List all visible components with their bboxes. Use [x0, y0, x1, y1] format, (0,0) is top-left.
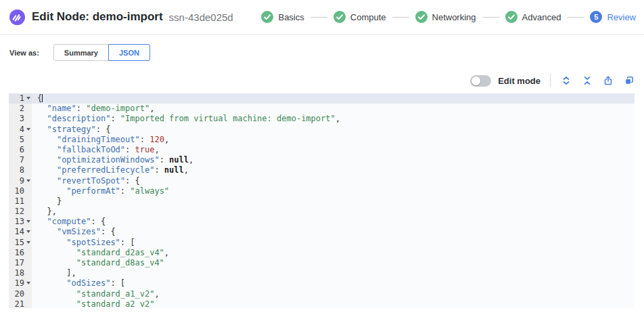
page-title: Edit Node: demo-import — [32, 10, 163, 24]
code-line[interactable]: 8 "preferredLifecycle": null, — [9, 165, 635, 175]
code-line[interactable]: 19 "odSizes": [ — [9, 278, 635, 288]
wizard-header: Edit Node: demo-import ssn-43de025d Basi… — [0, 0, 644, 35]
code-line[interactable]: 4 "strategy": { — [9, 125, 635, 135]
code-line[interactable]: 18 ], — [9, 268, 635, 278]
line-number: 3 — [9, 114, 32, 124]
wizard-step-advanced[interactable]: Advanced — [505, 11, 561, 23]
line-number: 18 — [9, 268, 32, 278]
edit-mode-toggle[interactable] — [470, 75, 491, 87]
text-cursor — [42, 94, 43, 102]
code-line[interactable]: 12 }, — [9, 207, 635, 217]
code-text: ], — [32, 268, 635, 278]
line-number: 4 — [9, 125, 32, 135]
code-text: "drainingTimeout": 120, — [32, 135, 635, 145]
code-text: "optimizationWindows": null, — [32, 155, 635, 165]
line-number: 9 — [9, 176, 32, 186]
code-line[interactable]: 17 "standard_d8as_v4" — [9, 258, 635, 268]
toolbar-icons — [561, 75, 635, 86]
code-text: "description": "Imported from virtual ma… — [32, 114, 635, 124]
wizard-step-networking[interactable]: Networking — [415, 11, 476, 23]
code-text: "preferredLifecycle": null, — [32, 165, 635, 175]
line-number: 17 — [9, 258, 32, 268]
code-line[interactable]: 6 "fallbackToOd": true, — [9, 145, 635, 155]
code-text: "spotSizes": [ — [32, 238, 635, 248]
toolbar-divider — [550, 74, 551, 87]
line-number: 1 — [9, 93, 32, 104]
collapse-all-icon[interactable] — [582, 75, 593, 86]
step-connector — [392, 17, 409, 18]
code-line[interactable]: 7 "optimizationWindows": null, — [9, 155, 635, 165]
wizard-step-compute[interactable]: Compute — [334, 11, 386, 23]
line-number: 11 — [9, 196, 32, 207]
step-label: Basics — [278, 12, 304, 22]
line-number: 20 — [9, 289, 32, 299]
expand-all-icon[interactable] — [561, 75, 572, 86]
edit-mode-toggle-knob — [472, 77, 480, 85]
step-check-icon — [415, 11, 428, 23]
fold-toggle-icon[interactable] — [26, 220, 30, 223]
line-number: 15 — [9, 238, 32, 248]
copy-icon[interactable] — [624, 75, 635, 86]
code-line[interactable]: 5 "drainingTimeout": 120, — [9, 135, 635, 145]
fold-toggle-icon[interactable] — [26, 282, 30, 284]
code-line[interactable]: 2 "name": "demo-import", — [9, 104, 635, 114]
code-text: { — [32, 93, 635, 104]
fold-toggle-icon[interactable] — [26, 230, 30, 233]
edit-mode-label: Edit mode — [498, 76, 540, 86]
code-text: "name": "demo-import", — [32, 104, 635, 114]
code-line[interactable]: 13 "compute": { — [9, 217, 635, 227]
code-line[interactable]: 11 } — [9, 196, 635, 207]
code-line[interactable]: 20 "standard_a1_v2", — [9, 289, 635, 299]
code-line[interactable]: 21 "standard_a2_v2" — [9, 299, 635, 308]
line-number: 12 — [9, 207, 32, 217]
line-number: 2 — [9, 104, 32, 114]
line-number: 14 — [9, 227, 32, 237]
line-number: 5 — [9, 135, 32, 145]
code-text: "odSizes": [ — [32, 278, 635, 288]
code-line[interactable]: 1{ — [9, 93, 635, 104]
code-text: "standard_d8as_v4" — [32, 258, 635, 268]
json-code-editor[interactable]: 1{2 "name": "demo-import",3 "description… — [9, 93, 635, 308]
view-as-segmented-control: SummaryJSON — [53, 44, 150, 61]
line-number: 6 — [9, 145, 32, 155]
code-text: "vmSizes": { — [32, 227, 635, 237]
line-number: 21 — [9, 299, 32, 308]
line-number: 13 — [9, 217, 32, 227]
step-connector — [482, 17, 499, 18]
step-label: Networking — [432, 12, 476, 22]
fold-toggle-icon[interactable] — [26, 241, 30, 244]
step-label: Review — [607, 12, 636, 22]
wizard-step-review[interactable]: 5Review — [590, 11, 636, 23]
code-text: "strategy": { — [32, 125, 635, 135]
code-text: } — [32, 196, 635, 207]
line-number: 19 — [9, 278, 32, 288]
step-check-icon — [505, 11, 518, 23]
step-label: Compute — [350, 12, 386, 22]
line-number: 10 — [9, 186, 32, 196]
fold-toggle-icon[interactable] — [26, 97, 30, 100]
fold-toggle-icon[interactable] — [26, 128, 30, 131]
step-number-badge: 5 — [590, 11, 602, 23]
code-line[interactable]: 14 "vmSizes": { — [9, 227, 635, 237]
code-line[interactable]: 16 "standard_d2as_v4", — [9, 248, 635, 258]
view-as-label: View as: — [9, 49, 39, 57]
fold-toggle-icon[interactable] — [26, 179, 30, 182]
spot-logo-icon — [9, 9, 25, 25]
view-as-summary-button[interactable]: Summary — [53, 44, 109, 61]
code-line[interactable]: 10 "performAt": "always" — [9, 186, 635, 196]
code-line[interactable]: 15 "spotSizes": [ — [9, 238, 635, 248]
code-text: }, — [32, 207, 635, 217]
code-text: "compute": { — [32, 217, 635, 227]
step-connector — [310, 17, 327, 18]
wizard-step-basics[interactable]: Basics — [261, 11, 304, 23]
step-connector — [567, 17, 584, 18]
view-as-json-button[interactable]: JSON — [108, 44, 150, 61]
code-text: "revertToSpot": { — [32, 176, 635, 186]
code-line[interactable]: 9 "revertToSpot": { — [9, 176, 635, 186]
step-check-icon — [261, 11, 273, 23]
export-icon[interactable] — [603, 75, 614, 86]
code-text: "standard_a2_v2" — [32, 299, 635, 308]
code-text: "fallbackToOd": true, — [32, 145, 635, 155]
code-line[interactable]: 3 "description": "Imported from virtual … — [9, 114, 635, 124]
code-text: "standard_a1_v2", — [32, 289, 635, 299]
